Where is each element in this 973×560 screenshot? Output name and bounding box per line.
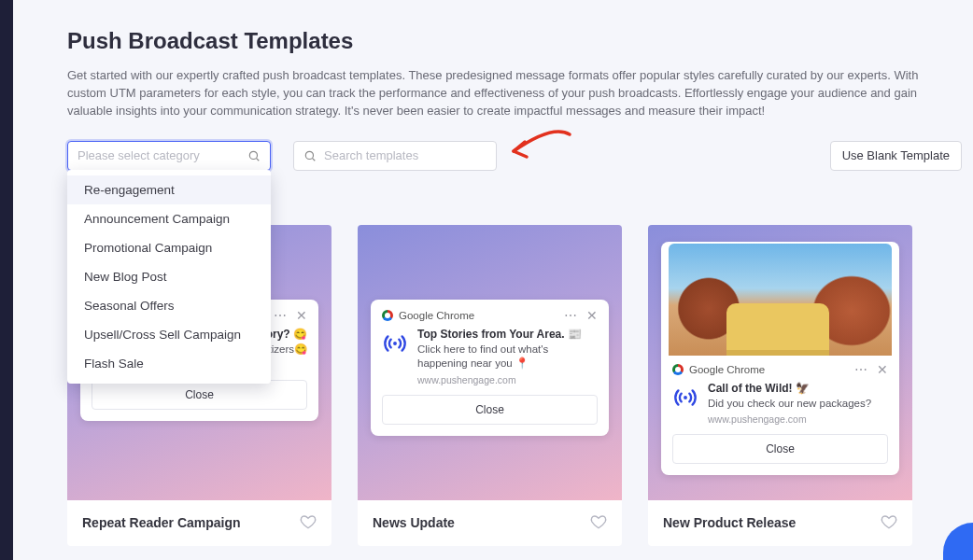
category-option[interactable]: New Blog Post (67, 262, 271, 291)
template-card[interactable]: Google Chrome ⋯✕ Top Stories from Your A… (358, 225, 622, 546)
notification: Google Chrome ⋯✕ Top Stories from Your A… (371, 300, 609, 436)
svg-point-0 (249, 151, 257, 159)
template-name: New Product Release (663, 515, 796, 530)
svg-point-4 (393, 342, 397, 345)
template-preview: Google Chrome ⋯✕ Top Stories from Your A… (358, 225, 622, 500)
left-nav-rail (0, 0, 13, 560)
search-input[interactable] (324, 148, 486, 162)
category-option[interactable]: Seasonal Offers (67, 291, 271, 320)
notification-close-button[interactable]: Close (92, 380, 307, 410)
search-icon (303, 149, 317, 162)
svg-point-5 (684, 396, 687, 399)
template-preview: Google Chrome ⋯✕ Call of the Wild! 🦅 Did… (648, 225, 912, 500)
broadcast-icon (382, 328, 408, 385)
notification-hero-image (669, 244, 892, 356)
category-option[interactable]: Upsell/Cross Sell Campaign (67, 320, 271, 349)
more-icon: ⋯ (564, 309, 577, 322)
template-card[interactable]: Google Chrome ⋯✕ Call of the Wild! 🦅 Did… (648, 225, 912, 546)
browser-label: Google Chrome (399, 310, 474, 321)
heart-icon[interactable] (881, 513, 897, 533)
close-icon[interactable]: ✕ (296, 309, 307, 322)
page-description: Get started with our expertly crafted pu… (67, 67, 926, 120)
controls-row: Use Blank Template (67, 141, 973, 171)
more-icon: ⋯ (274, 309, 287, 322)
template-name: News Update (373, 515, 455, 530)
category-option[interactable]: Announcement Campaign (67, 204, 271, 233)
notification-close-button[interactable]: Close (672, 434, 888, 464)
notification-domain: www.pushengage.com (417, 374, 598, 385)
chrome-icon (382, 310, 393, 321)
category-select[interactable] (67, 141, 271, 171)
chrome-icon (672, 364, 684, 375)
svg-line-3 (313, 158, 316, 161)
heart-icon[interactable] (590, 513, 607, 533)
close-icon[interactable]: ✕ (586, 309, 598, 322)
category-option[interactable]: Promotional Campaign (67, 233, 271, 262)
svg-point-2 (305, 151, 313, 159)
search-icon (247, 149, 261, 162)
template-name: Repeat Reader Campaign (82, 515, 241, 530)
notification-title: Top Stories from Your Area. 📰 (417, 328, 598, 341)
category-input[interactable] (78, 148, 247, 162)
svg-line-1 (257, 158, 260, 161)
notification-close-button[interactable]: Close (382, 395, 598, 425)
use-blank-template-button[interactable]: Use Blank Template (830, 141, 962, 171)
notification-domain: www.pushengage.com (708, 413, 888, 425)
category-option[interactable]: Flash Sale (67, 349, 271, 378)
more-icon: ⋯ (854, 363, 867, 376)
heart-icon[interactable] (300, 513, 317, 533)
notification-text: Click here to find out what's happening … (417, 343, 598, 371)
notification: Google Chrome ⋯✕ Call of the Wild! 🦅 Did… (661, 242, 899, 476)
browser-label: Google Chrome (689, 364, 765, 375)
notification-title: Call of the Wild! 🦅 (708, 382, 888, 395)
category-option[interactable]: Re-engagement (67, 175, 271, 204)
page-title: Push Broadcast Templates (67, 28, 973, 54)
category-dropdown[interactable]: Re-engagement Announcement Campaign Prom… (67, 170, 271, 384)
broadcast-icon (672, 382, 698, 426)
close-icon[interactable]: ✕ (877, 363, 888, 376)
search-templates[interactable] (293, 141, 497, 171)
notification-text: Did you check our new packages? (708, 397, 888, 412)
